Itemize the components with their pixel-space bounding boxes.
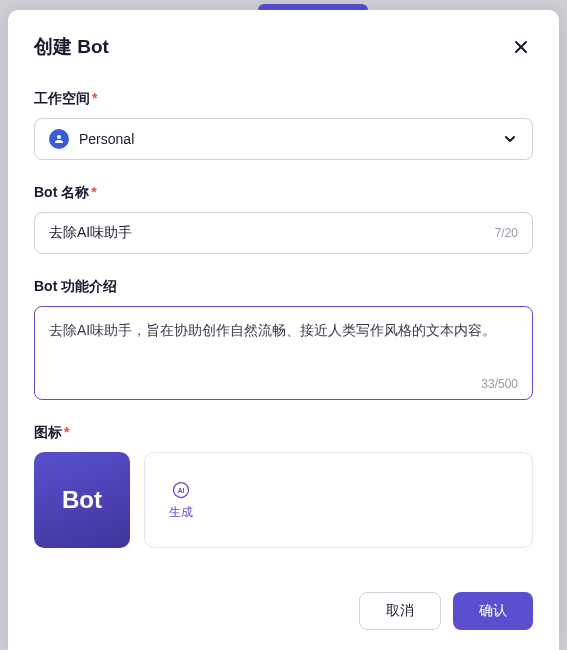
- close-icon: [513, 39, 529, 55]
- botdesc-label: Bot 功能介绍: [34, 278, 533, 296]
- botname-group: Bot 名称* 7/20: [34, 184, 533, 254]
- close-button[interactable]: [509, 35, 533, 59]
- icon-label: 图标*: [34, 424, 533, 442]
- icon-group: 图标* Bot AI 生成: [34, 424, 533, 548]
- modal-footer: 取消 确认: [34, 572, 533, 630]
- botname-input[interactable]: [49, 225, 495, 241]
- workspace-label: 工作空间*: [34, 90, 533, 108]
- required-mark: *: [64, 424, 69, 440]
- botname-label: Bot 名称*: [34, 184, 533, 202]
- required-mark: *: [91, 184, 96, 200]
- botname-label-text: Bot 名称: [34, 184, 89, 200]
- icon-actions-panel: AI 生成: [144, 452, 533, 548]
- modal-header: 创建 Bot: [34, 34, 533, 60]
- botdesc-textarea-wrap: 33/500: [34, 306, 533, 400]
- chevron-down-icon: [502, 131, 518, 147]
- ai-generate-icon: AI: [171, 480, 191, 500]
- workspace-value: Personal: [79, 131, 502, 147]
- modal-title: 创建 Bot: [34, 34, 109, 60]
- confirm-label: 确认: [479, 602, 507, 620]
- create-bot-modal: 创建 Bot 工作空间* Personal Bot 名称* 7/: [8, 10, 559, 650]
- svg-text:AI: AI: [178, 486, 185, 493]
- botdesc-counter: 33/500: [481, 377, 518, 391]
- botdesc-label-text: Bot 功能介绍: [34, 278, 117, 294]
- botdesc-group: Bot 功能介绍 33/500: [34, 278, 533, 400]
- workspace-group: 工作空间* Personal: [34, 90, 533, 160]
- required-mark: *: [92, 90, 97, 106]
- botdesc-textarea[interactable]: [49, 319, 518, 367]
- icon-row: Bot AI 生成: [34, 452, 533, 548]
- icon-label-text: 图标: [34, 424, 62, 440]
- workspace-select[interactable]: Personal: [34, 118, 533, 160]
- icon-preview[interactable]: Bot: [34, 452, 130, 548]
- icon-preview-text: Bot: [62, 486, 102, 514]
- cancel-button[interactable]: 取消: [359, 592, 441, 630]
- person-icon: [49, 129, 69, 149]
- cancel-label: 取消: [386, 602, 414, 620]
- botname-input-wrap: 7/20: [34, 212, 533, 254]
- generate-label: 生成: [169, 504, 193, 521]
- confirm-button[interactable]: 确认: [453, 592, 533, 630]
- botname-counter: 7/20: [495, 226, 518, 240]
- generate-icon-button[interactable]: AI 生成: [163, 474, 199, 527]
- workspace-label-text: 工作空间: [34, 90, 90, 106]
